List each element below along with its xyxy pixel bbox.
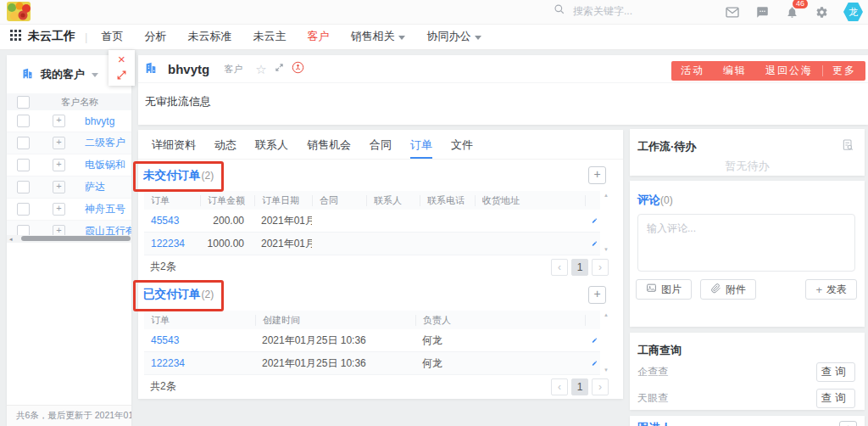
- customer-row[interactable]: +神舟五号: [7, 199, 131, 221]
- lookup-query-button[interactable]: 查询: [816, 389, 855, 408]
- order-number-link[interactable]: 45543: [151, 334, 179, 346]
- action-button-4[interactable]: 更多: [823, 64, 865, 78]
- workflow-audit-icon[interactable]: [841, 138, 854, 154]
- row-checkbox[interactable]: [17, 137, 30, 149]
- tab-7[interactable]: 文件: [451, 131, 473, 159]
- table-row[interactable]: 1222342021年01月25日 10:36何龙: [144, 352, 600, 375]
- star-favorite-icon[interactable]: ☆: [255, 63, 266, 76]
- lookup-query-button[interactable]: 查询: [816, 362, 855, 382]
- order-link-cell: 45543: [144, 334, 255, 346]
- customer-row[interactable]: +萨达: [7, 177, 131, 199]
- nav-item-2[interactable]: 分析: [144, 29, 166, 44]
- row-checkbox[interactable]: [17, 115, 30, 127]
- customer-header-card: bhvytg 客户 ☆ 无审批流信息 返回 活动编辑退回公海更多: [138, 55, 868, 125]
- select-all-checkbox[interactable]: [17, 96, 30, 109]
- mail-icon[interactable]: [725, 4, 740, 20]
- tab-1[interactable]: 详细资料: [152, 131, 196, 159]
- edit-icon[interactable]: [585, 335, 600, 345]
- close-icon[interactable]: ×: [118, 53, 125, 65]
- logo-image: [7, 2, 31, 21]
- add-order-button[interactable]: +: [588, 166, 606, 184]
- expand-row-icon[interactable]: +: [53, 137, 65, 149]
- chevron-down-icon[interactable]: [92, 73, 98, 77]
- scrollbar-thumb[interactable]: [21, 236, 131, 241]
- nav-item-1[interactable]: 首页: [101, 29, 123, 44]
- scroll-down-icon[interactable]: ▼: [604, 247, 609, 253]
- image-button[interactable]: 图片: [636, 279, 692, 300]
- customer-row[interactable]: +二级客户: [7, 132, 131, 154]
- delivered-total: 共2条: [150, 379, 176, 394]
- chat-icon[interactable]: [754, 4, 770, 20]
- expand-row-icon[interactable]: +: [53, 181, 65, 193]
- table-row[interactable]: 45543200.002021年01月12日: [144, 210, 600, 233]
- tab-6[interactable]: 订单: [410, 131, 432, 159]
- publish-button[interactable]: + 发表: [805, 279, 857, 300]
- next-page-icon[interactable]: ›: [592, 378, 609, 395]
- search-input[interactable]: [571, 4, 668, 18]
- next-page-icon[interactable]: ›: [592, 259, 609, 276]
- customer-name-link[interactable]: 电饭锅和: [85, 158, 125, 172]
- tab-2[interactable]: 动态: [214, 131, 236, 159]
- edit-icon[interactable]: [585, 238, 600, 249]
- delivered-table-footer: 共2条 ‹ 1 ›: [138, 375, 623, 398]
- expand-row-icon[interactable]: +: [53, 115, 65, 127]
- scroll-left-icon[interactable]: ◂: [9, 235, 13, 243]
- edit-icon[interactable]: [585, 216, 600, 226]
- app-logo[interactable]: [7, 2, 31, 21]
- action-button-1[interactable]: 活动: [671, 64, 714, 78]
- nav-item-5[interactable]: 客户: [307, 29, 329, 44]
- gear-icon[interactable]: [814, 4, 829, 20]
- expand-row-icon[interactable]: +: [53, 159, 65, 171]
- scroll-up-icon[interactable]: ▲: [604, 312, 609, 318]
- sidebar-title[interactable]: 我的客户: [41, 67, 85, 82]
- column-header: 联系人: [366, 195, 420, 206]
- customer-name-link[interactable]: 神舟五号: [85, 202, 125, 216]
- customer-name-link[interactable]: 萨达: [85, 180, 105, 194]
- tab-4[interactable]: 销售机会: [307, 131, 351, 159]
- nav-item-4[interactable]: 未云主: [253, 29, 286, 44]
- prev-page-icon[interactable]: ‹: [551, 378, 568, 395]
- business-lookup-card: 工商查询 企查查查询天眼查查询: [630, 333, 865, 410]
- expand-icon[interactable]: [275, 63, 284, 75]
- tab-5[interactable]: 合同: [370, 131, 392, 159]
- scroll-down-icon[interactable]: ▼: [604, 367, 609, 373]
- comment-input[interactable]: [637, 214, 855, 272]
- paperclip-icon: [710, 283, 721, 296]
- expand-row-icon[interactable]: +: [53, 203, 65, 216]
- table-header-row: 订单创建时间负责人: [144, 311, 600, 329]
- order-number-link[interactable]: 45543: [151, 215, 179, 227]
- current-page[interactable]: 1: [571, 259, 588, 276]
- horizontal-scrollbar[interactable]: ◂: [7, 235, 131, 243]
- user-avatar[interactable]: 龙: [843, 2, 863, 22]
- customer-row[interactable]: +电饭锅和: [7, 154, 131, 177]
- row-checkbox[interactable]: [17, 181, 30, 193]
- nav-item-7[interactable]: 协同办公: [426, 29, 481, 44]
- table-row[interactable]: 1222341000.002021年01月25日: [144, 233, 600, 255]
- brand-name[interactable]: 未云工作: [28, 29, 75, 44]
- current-page[interactable]: 1: [571, 378, 588, 395]
- prev-page-icon[interactable]: ‹: [551, 259, 568, 276]
- customer-name-link[interactable]: bhvytg: [85, 115, 114, 127]
- row-checkbox[interactable]: [17, 159, 30, 171]
- customer-row[interactable]: +bhvytg: [7, 110, 131, 132]
- global-search[interactable]: [554, 3, 668, 18]
- add-delivered-order-button[interactable]: +: [588, 286, 606, 304]
- row-checkbox[interactable]: [17, 203, 30, 216]
- edit-icon[interactable]: [585, 358, 600, 368]
- nav-item-3[interactable]: 未云标准: [187, 29, 231, 44]
- table-row[interactable]: 455432021年01月25日 10:36何龙: [144, 329, 600, 352]
- action-button-3[interactable]: 退回公海: [756, 64, 822, 78]
- add-follower-button[interactable]: +: [839, 421, 857, 426]
- scroll-up-icon[interactable]: ▲: [604, 193, 609, 199]
- search-icon: [554, 3, 565, 18]
- attachment-button[interactable]: 附件: [700, 279, 756, 300]
- order-number-link[interactable]: 122234: [151, 238, 185, 249]
- tab-3[interactable]: 联系人: [255, 131, 288, 159]
- customer-name-link[interactable]: 二级客户: [85, 136, 125, 150]
- action-button-2[interactable]: 编辑: [714, 64, 756, 78]
- order-number-link[interactable]: 122234: [151, 357, 185, 369]
- app-grid-icon[interactable]: [10, 30, 21, 43]
- nav-item-6[interactable]: 销售相关: [350, 29, 405, 44]
- notification-bell-icon[interactable]: 46: [784, 4, 799, 20]
- expand-diagonal-icon[interactable]: [116, 70, 127, 83]
